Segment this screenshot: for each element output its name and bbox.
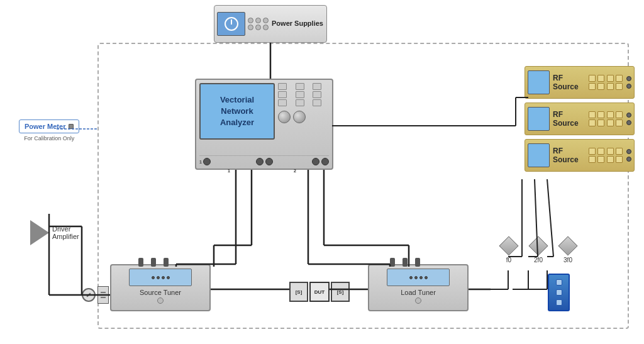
vna-bottom-connectors: 1 [199,155,329,165]
blue-port-3 [556,299,562,306]
vna-key-2 [296,83,304,90]
vna-top-section: Vectorial Network Analyzer [199,83,329,155]
rf-source-1: RF Source [525,66,635,99]
power-meter-box: Power Meter [19,119,79,133]
filter-2f0-label: 2f0 [534,257,543,264]
power-meter-unit: Power Meter For Calibration Only [19,119,79,141]
rf-source-3-screen [528,143,550,167]
load-tuner-label: Load Tuner [401,289,436,296]
lt-dot-2 [414,276,418,279]
lt-dot-3 [419,276,423,279]
filter-2f0-shape [528,236,548,255]
lt-dot-1 [409,276,413,279]
rf-source-3-port-2 [626,157,631,162]
vna-port3 [265,158,273,165]
rf-source-2-port-1 [626,113,631,118]
vna-port4 [312,158,319,165]
filter-f0-label: f0 [506,257,511,264]
ps-knob-1 [248,18,253,23]
source-tuner-unit: Source Tuner [110,264,211,311]
vna-port-2-label: 2 [294,169,296,173]
power-meter-sublabel: For Calibration Only [19,135,79,141]
main-diagram: Power Supplies Vectorial Network Analyze… [0,0,644,344]
ps-display [225,17,238,31]
st-dot-1 [152,276,155,279]
power-supplies-label: Power Supplies [271,19,324,28]
circulator-left [82,288,96,302]
st-dot-2 [157,276,160,279]
ps-knob-3 [263,18,269,23]
blue-device-unit [548,274,570,311]
rf-source-3: RF Source [525,139,635,172]
st-port-2 [151,258,156,267]
rf-source-2: RF Source [525,103,635,135]
vna-key-1 [278,83,287,90]
vna-port2 [256,158,264,165]
source-tuner-label: Source Tuner [140,289,181,296]
lt-port-3 [415,258,420,267]
rf-source-3-port-1 [626,149,631,154]
power-supplies-unit: Power Supplies [214,5,327,43]
st-dot-4 [167,276,170,279]
coupler-left [97,286,109,304]
vna-right-panel [278,83,329,155]
st-dot-3 [162,276,165,279]
power-meter-connector [69,124,74,129]
rf-source-1-label: RF Source [553,74,586,91]
rf-source-3-controls [589,148,623,163]
vna-port1 [203,158,211,165]
blue-port-2 [556,289,562,296]
driver-amp-label: Driver Amplifier [52,225,79,240]
rf-source-1-port-1 [626,76,631,81]
load-tuner-screen [387,269,450,286]
load-tuner-circle [415,297,421,304]
st-port-3 [164,258,169,267]
vna-key-9 [313,99,321,106]
rf-source-2-port-2 [626,120,631,125]
frequency-filters: f0 2f0 3f0 [502,239,575,264]
vna-key-4 [278,91,287,98]
vna-key-6 [313,91,321,98]
vna-unit: Vectorial Network Analyzer [195,79,333,170]
rf-source-1-screen [528,70,550,94]
s-param-block-right: [S] [331,282,350,302]
vna-screen: Vectorial Network Analyzer [199,83,275,140]
ps-knob-5 [255,25,261,30]
filter-f0: f0 [502,239,516,264]
vna-port-1-label: 1 [228,169,230,173]
ps-screen [217,12,245,36]
rf-sources-group: RF Source RF Source [525,66,635,172]
rf-source-2-label: RF Source [553,110,586,128]
lt-port-1 [390,258,395,267]
vna-port5 [321,158,329,165]
rf-source-3-label: RF Source [553,147,586,164]
rf-source-1-controls [589,75,623,90]
ps-knob-6 [263,25,269,30]
source-tuner-ports [138,258,169,267]
dut-box: DUT [309,282,330,302]
rf-source-2-controls [589,111,623,126]
dut-area: [S] DUT [S] [289,282,350,302]
filter-3f0-shape [558,236,577,255]
ps-controls [248,18,269,30]
ps-knob-2 [255,18,261,23]
load-tuner-ports [390,258,420,267]
ps-knob-4 [248,25,253,30]
source-tuner-screen [129,269,192,286]
filter-3f0: 3f0 [561,239,575,264]
rf-source-2-screen [528,107,550,131]
filter-f0-shape [499,236,518,255]
vna-key-5 [296,91,304,98]
blue-port-1 [556,279,562,286]
lt-port-2 [402,258,408,267]
vna-dials [278,111,329,123]
vna-key-7 [278,99,287,106]
power-meter-label: Power Meter [25,123,65,130]
filter-3f0-label: 3f0 [564,257,572,264]
lt-dot-4 [425,276,428,279]
vna-dial-2 [293,111,306,123]
source-tuner-circle [157,297,164,304]
st-port-1 [138,258,143,267]
rf-source-1-port-2 [626,84,631,89]
s-param-block-left: [S] [289,282,308,302]
